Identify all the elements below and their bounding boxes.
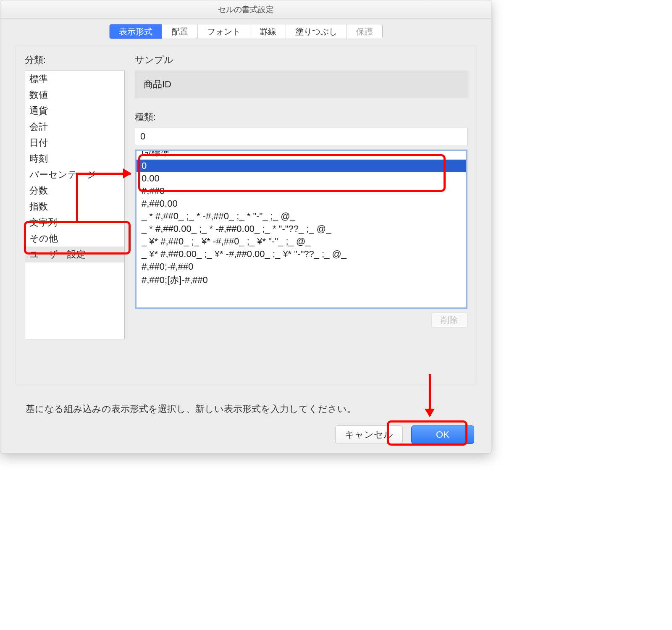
type-item-selected[interactable]: 0 <box>136 160 466 172</box>
category-item-custom[interactable]: ユーザー設定 <box>25 247 124 262</box>
type-input[interactable] <box>135 128 467 145</box>
title-text: セルの書式設定 <box>218 4 274 15</box>
type-item[interactable]: _ * #,##0.00_ ;_ * -#,##0.00_ ;_ * "-"??… <box>136 223 466 235</box>
category-item-number[interactable]: 数値 <box>25 87 124 103</box>
category-item-fraction[interactable]: 分数 <box>25 183 124 199</box>
category-item-date[interactable]: 日付 <box>25 135 124 151</box>
footer-instruction: 基になる組み込みの表示形式を選択し、新しい表示形式を入力してください。 <box>26 403 356 415</box>
type-list[interactable]: G/標準 0 0.00 #,##0 #,##0.00 _ * #,##0_ ;_… <box>135 150 467 309</box>
type-item[interactable]: #,##0 <box>136 185 466 197</box>
tab-number-format[interactable]: 表示形式 <box>110 24 162 39</box>
category-item-currency[interactable]: 通貨 <box>25 103 124 119</box>
tab-fill[interactable]: 塗りつぶし <box>286 24 347 39</box>
format-cells-dialog: セルの書式設定 表示形式 配置 フォント 罫線 塗りつぶし 保護 分類: 標準 … <box>0 0 491 454</box>
category-item-text[interactable]: 文字列 <box>25 215 124 231</box>
tabs-container: 表示形式 配置 フォント 罫線 塗りつぶし 保護 <box>109 24 383 39</box>
cancel-button[interactable]: キャンセル <box>335 425 403 444</box>
category-item-scientific[interactable]: 指数 <box>25 199 124 215</box>
button-bar: キャンセル OK <box>335 425 474 444</box>
category-list[interactable]: 標準 数値 通貨 会計 日付 時刻 パーセンテージ 分数 指数 文字列 その他 … <box>25 71 125 339</box>
right-column: サンプル 商品ID 種類: G/標準 0 0.00 #,##0 #,##0.00… <box>135 54 467 328</box>
type-item[interactable]: #,##0;-#,##0 <box>136 260 466 273</box>
tab-protection[interactable]: 保護 <box>347 24 382 39</box>
type-item[interactable]: G/標準 <box>136 150 466 160</box>
category-label: 分類: <box>25 54 125 66</box>
category-item-accounting[interactable]: 会計 <box>25 119 124 135</box>
type-item[interactable]: 0.00 <box>136 172 466 185</box>
type-item[interactable]: _ ¥* #,##0_ ;_ ¥* -#,##0_ ;_ ¥* "-"_ ;_ … <box>136 235 466 248</box>
type-item[interactable]: _ ¥* #,##0.00_ ;_ ¥* -#,##0.00_ ;_ ¥* "-… <box>136 248 466 260</box>
tab-alignment[interactable]: 配置 <box>162 24 198 39</box>
category-item-standard[interactable]: 標準 <box>25 71 124 87</box>
left-column: 分類: 標準 数値 通貨 会計 日付 時刻 パーセンテージ 分数 指数 文字列 … <box>25 54 125 339</box>
window-title: セルの書式設定 <box>0 0 491 19</box>
content-panel: 分類: 標準 数値 通貨 会計 日付 時刻 パーセンテージ 分数 指数 文字列 … <box>15 45 476 385</box>
type-label: 種類: <box>135 111 467 123</box>
category-item-percentage[interactable]: パーセンテージ <box>25 167 124 183</box>
type-item[interactable]: #,##0.00 <box>136 197 466 210</box>
sample-label: サンプル <box>135 54 467 66</box>
sample-value: 商品ID <box>144 78 171 91</box>
type-item[interactable]: _ * #,##0_ ;_ * -#,##0_ ;_ * "-"_ ;_ @_ <box>136 210 466 223</box>
sample-display: 商品ID <box>135 71 467 98</box>
type-item[interactable]: #,##0;[赤]-#,##0 <box>136 273 466 287</box>
tab-font[interactable]: フォント <box>198 24 250 39</box>
ok-button[interactable]: OK <box>411 425 474 444</box>
category-item-other[interactable]: その他 <box>25 231 124 247</box>
category-item-time[interactable]: 時刻 <box>25 151 124 167</box>
tab-bar: 表示形式 配置 フォント 罫線 塗りつぶし 保護 <box>0 19 491 36</box>
tab-borders[interactable]: 罫線 <box>250 24 286 39</box>
delete-button: 削除 <box>431 312 467 328</box>
